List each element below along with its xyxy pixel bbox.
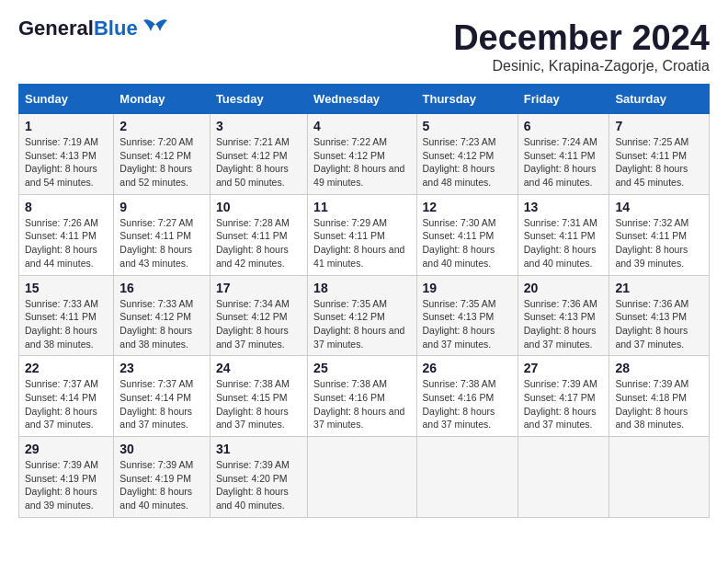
calendar-cell: 24Sunrise: 7:38 AMSunset: 4:15 PMDayligh… [210, 356, 307, 437]
day-info: Sunrise: 7:33 AMSunset: 4:11 PMDaylight:… [25, 298, 98, 350]
calendar-cell: 7Sunrise: 7:25 AMSunset: 4:11 PMDaylight… [609, 114, 710, 195]
calendar-cell [416, 437, 518, 518]
calendar-cell: 21Sunrise: 7:36 AMSunset: 4:13 PMDayligh… [609, 275, 710, 356]
calendar-cell: 15Sunrise: 7:33 AMSunset: 4:11 PMDayligh… [19, 275, 114, 356]
main-title: December 2024 [453, 18, 710, 58]
calendar-table: Sunday Monday Tuesday Wednesday Thursday… [18, 84, 710, 518]
calendar-week-1: 1Sunrise: 7:19 AMSunset: 4:13 PMDaylight… [19, 114, 710, 195]
day-number: 27 [524, 361, 604, 375]
calendar-cell: 16Sunrise: 7:33 AMSunset: 4:12 PMDayligh… [114, 275, 210, 356]
day-info: Sunrise: 7:22 AMSunset: 4:12 PMDaylight:… [313, 136, 404, 188]
calendar-cell: 2Sunrise: 7:20 AMSunset: 4:12 PMDaylight… [114, 114, 210, 195]
day-number: 31 [216, 442, 301, 456]
day-info: Sunrise: 7:21 AMSunset: 4:12 PMDaylight:… [216, 136, 290, 188]
day-number: 26 [423, 361, 512, 375]
calendar-cell [518, 437, 609, 518]
col-tuesday: Tuesday [210, 85, 307, 114]
calendar-week-4: 22Sunrise: 7:37 AMSunset: 4:14 PMDayligh… [19, 356, 710, 437]
header-row: Sunday Monday Tuesday Wednesday Thursday… [19, 85, 710, 114]
day-info: Sunrise: 7:35 AMSunset: 4:12 PMDaylight:… [313, 298, 404, 350]
day-info: Sunrise: 7:39 AMSunset: 4:19 PMDaylight:… [119, 459, 193, 511]
day-number: 6 [524, 119, 604, 133]
day-info: Sunrise: 7:36 AMSunset: 4:13 PMDaylight:… [615, 298, 688, 350]
calendar-cell: 10Sunrise: 7:28 AMSunset: 4:11 PMDayligh… [210, 194, 307, 275]
day-info: Sunrise: 7:28 AMSunset: 4:11 PMDaylight:… [216, 217, 290, 269]
day-number: 19 [423, 281, 512, 295]
day-info: Sunrise: 7:19 AMSunset: 4:13 PMDaylight:… [25, 136, 98, 188]
col-sunday: Sunday [19, 85, 114, 114]
calendar-cell: 20Sunrise: 7:36 AMSunset: 4:13 PMDayligh… [518, 275, 609, 356]
col-saturday: Saturday [609, 85, 710, 114]
day-info: Sunrise: 7:36 AMSunset: 4:13 PMDaylight:… [524, 298, 597, 350]
calendar-cell: 1Sunrise: 7:19 AMSunset: 4:13 PMDaylight… [19, 114, 114, 195]
day-number: 5 [423, 119, 512, 133]
page-header: GeneralBlue December 2024 Desinic, Krapi… [18, 18, 710, 75]
day-info: Sunrise: 7:38 AMSunset: 4:15 PMDaylight:… [216, 378, 290, 430]
day-number: 7 [615, 119, 703, 133]
calendar-cell: 18Sunrise: 7:35 AMSunset: 4:12 PMDayligh… [308, 275, 416, 356]
day-info: Sunrise: 7:39 AMSunset: 4:18 PMDaylight:… [615, 378, 688, 430]
day-number: 9 [119, 200, 204, 214]
day-info: Sunrise: 7:37 AMSunset: 4:14 PMDaylight:… [25, 378, 98, 430]
calendar-cell: 22Sunrise: 7:37 AMSunset: 4:14 PMDayligh… [19, 356, 114, 437]
calendar-cell: 6Sunrise: 7:24 AMSunset: 4:11 PMDaylight… [518, 114, 609, 195]
day-number: 24 [216, 361, 301, 375]
calendar-cell: 4Sunrise: 7:22 AMSunset: 4:12 PMDaylight… [308, 114, 416, 195]
day-number: 17 [216, 281, 301, 295]
calendar-cell: 8Sunrise: 7:26 AMSunset: 4:11 PMDaylight… [19, 194, 114, 275]
subtitle: Desinic, Krapina-Zagorje, Croatia [453, 58, 710, 75]
calendar-cell: 26Sunrise: 7:38 AMSunset: 4:16 PMDayligh… [416, 356, 518, 437]
title-section: December 2024 Desinic, Krapina-Zagorje, … [453, 18, 710, 75]
day-number: 22 [25, 361, 108, 375]
day-number: 15 [25, 281, 108, 295]
calendar-cell: 11Sunrise: 7:29 AMSunset: 4:11 PMDayligh… [308, 194, 416, 275]
day-number: 10 [216, 200, 301, 214]
calendar-cell: 19Sunrise: 7:35 AMSunset: 4:13 PMDayligh… [416, 275, 518, 356]
day-number: 18 [313, 281, 410, 295]
day-info: Sunrise: 7:27 AMSunset: 4:11 PMDaylight:… [119, 217, 193, 269]
day-number: 16 [119, 281, 204, 295]
logo-bird-icon [142, 18, 169, 39]
logo: GeneralBlue [18, 18, 169, 39]
day-number: 14 [615, 200, 703, 214]
day-info: Sunrise: 7:31 AMSunset: 4:11 PMDaylight:… [524, 217, 597, 269]
day-info: Sunrise: 7:38 AMSunset: 4:16 PMDaylight:… [313, 378, 404, 430]
calendar-week-5: 29Sunrise: 7:39 AMSunset: 4:19 PMDayligh… [19, 437, 710, 518]
col-monday: Monday [114, 85, 210, 114]
calendar-week-2: 8Sunrise: 7:26 AMSunset: 4:11 PMDaylight… [19, 194, 710, 275]
day-info: Sunrise: 7:26 AMSunset: 4:11 PMDaylight:… [25, 217, 98, 269]
day-number: 20 [524, 281, 604, 295]
calendar-cell: 27Sunrise: 7:39 AMSunset: 4:17 PMDayligh… [518, 356, 609, 437]
day-number: 11 [313, 200, 410, 214]
day-number: 23 [119, 361, 204, 375]
day-info: Sunrise: 7:23 AMSunset: 4:12 PMDaylight:… [423, 136, 496, 188]
calendar-week-3: 15Sunrise: 7:33 AMSunset: 4:11 PMDayligh… [19, 275, 710, 356]
col-thursday: Thursday [416, 85, 518, 114]
day-info: Sunrise: 7:32 AMSunset: 4:11 PMDaylight:… [615, 217, 688, 269]
day-info: Sunrise: 7:35 AMSunset: 4:13 PMDaylight:… [423, 298, 496, 350]
calendar-cell: 3Sunrise: 7:21 AMSunset: 4:12 PMDaylight… [210, 114, 307, 195]
day-number: 29 [25, 442, 108, 456]
calendar-cell: 13Sunrise: 7:31 AMSunset: 4:11 PMDayligh… [518, 194, 609, 275]
calendar-cell [308, 437, 416, 518]
calendar-cell: 12Sunrise: 7:30 AMSunset: 4:11 PMDayligh… [416, 194, 518, 275]
calendar-cell: 31Sunrise: 7:39 AMSunset: 4:20 PMDayligh… [210, 437, 307, 518]
day-info: Sunrise: 7:34 AMSunset: 4:12 PMDaylight:… [216, 298, 290, 350]
calendar-cell [609, 437, 710, 518]
day-number: 2 [119, 119, 204, 133]
calendar-cell: 5Sunrise: 7:23 AMSunset: 4:12 PMDaylight… [416, 114, 518, 195]
logo-text: GeneralBlue [18, 18, 138, 39]
calendar-cell: 14Sunrise: 7:32 AMSunset: 4:11 PMDayligh… [609, 194, 710, 275]
calendar-cell: 28Sunrise: 7:39 AMSunset: 4:18 PMDayligh… [609, 356, 710, 437]
day-info: Sunrise: 7:39 AMSunset: 4:19 PMDaylight:… [25, 459, 98, 511]
day-info: Sunrise: 7:39 AMSunset: 4:17 PMDaylight:… [524, 378, 597, 430]
day-number: 13 [524, 200, 604, 214]
day-number: 21 [615, 281, 703, 295]
day-info: Sunrise: 7:29 AMSunset: 4:11 PMDaylight:… [313, 217, 404, 269]
day-info: Sunrise: 7:20 AMSunset: 4:12 PMDaylight:… [119, 136, 193, 188]
day-info: Sunrise: 7:37 AMSunset: 4:14 PMDaylight:… [119, 378, 193, 430]
day-info: Sunrise: 7:30 AMSunset: 4:11 PMDaylight:… [423, 217, 496, 269]
calendar-cell: 9Sunrise: 7:27 AMSunset: 4:11 PMDaylight… [114, 194, 210, 275]
day-number: 3 [216, 119, 301, 133]
day-number: 12 [423, 200, 512, 214]
